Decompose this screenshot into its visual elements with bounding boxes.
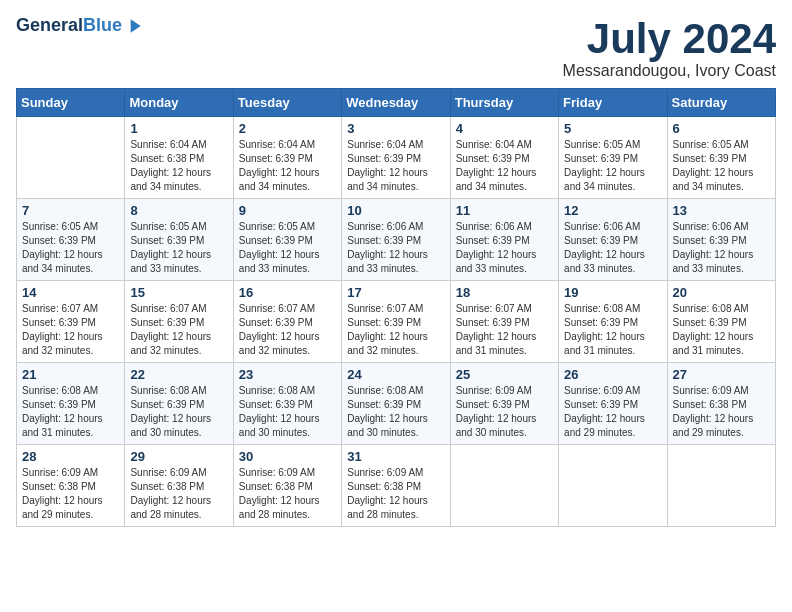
day-number: 28	[22, 449, 119, 464]
calendar-cell: 14Sunrise: 6:07 AMSunset: 6:39 PMDayligh…	[17, 281, 125, 363]
day-info: Sunrise: 6:06 AMSunset: 6:39 PMDaylight:…	[673, 220, 770, 276]
day-number: 10	[347, 203, 444, 218]
day-info: Sunrise: 6:06 AMSunset: 6:39 PMDaylight:…	[456, 220, 553, 276]
calendar-cell: 7Sunrise: 6:05 AMSunset: 6:39 PMDaylight…	[17, 199, 125, 281]
calendar-cell: 6Sunrise: 6:05 AMSunset: 6:39 PMDaylight…	[667, 117, 775, 199]
calendar-cell: 10Sunrise: 6:06 AMSunset: 6:39 PMDayligh…	[342, 199, 450, 281]
day-info: Sunrise: 6:09 AMSunset: 6:38 PMDaylight:…	[673, 384, 770, 440]
weekday-header-saturday: Saturday	[667, 89, 775, 117]
calendar-cell: 4Sunrise: 6:04 AMSunset: 6:39 PMDaylight…	[450, 117, 558, 199]
calendar-cell: 3Sunrise: 6:04 AMSunset: 6:39 PMDaylight…	[342, 117, 450, 199]
day-info: Sunrise: 6:04 AMSunset: 6:39 PMDaylight:…	[239, 138, 336, 194]
weekday-header-thursday: Thursday	[450, 89, 558, 117]
calendar-cell: 25Sunrise: 6:09 AMSunset: 6:39 PMDayligh…	[450, 363, 558, 445]
calendar-cell: 12Sunrise: 6:06 AMSunset: 6:39 PMDayligh…	[559, 199, 667, 281]
day-number: 8	[130, 203, 227, 218]
day-info: Sunrise: 6:08 AMSunset: 6:39 PMDaylight:…	[22, 384, 119, 440]
calendar-cell: 30Sunrise: 6:09 AMSunset: 6:38 PMDayligh…	[233, 445, 341, 527]
day-info: Sunrise: 6:08 AMSunset: 6:39 PMDaylight:…	[347, 384, 444, 440]
day-number: 11	[456, 203, 553, 218]
weekday-header-tuesday: Tuesday	[233, 89, 341, 117]
calendar-table: SundayMondayTuesdayWednesdayThursdayFrid…	[16, 88, 776, 527]
day-number: 7	[22, 203, 119, 218]
day-info: Sunrise: 6:09 AMSunset: 6:38 PMDaylight:…	[347, 466, 444, 522]
logo: GeneralBlue	[16, 16, 144, 36]
day-number: 4	[456, 121, 553, 136]
day-number: 13	[673, 203, 770, 218]
day-number: 22	[130, 367, 227, 382]
day-number: 14	[22, 285, 119, 300]
day-info: Sunrise: 6:05 AMSunset: 6:39 PMDaylight:…	[239, 220, 336, 276]
weekday-header-row: SundayMondayTuesdayWednesdayThursdayFrid…	[17, 89, 776, 117]
day-info: Sunrise: 6:04 AMSunset: 6:39 PMDaylight:…	[347, 138, 444, 194]
day-info: Sunrise: 6:07 AMSunset: 6:39 PMDaylight:…	[130, 302, 227, 358]
day-info: Sunrise: 6:08 AMSunset: 6:39 PMDaylight:…	[564, 302, 661, 358]
location-title: Messarandougou, Ivory Coast	[563, 62, 776, 80]
calendar-cell	[667, 445, 775, 527]
calendar-cell: 31Sunrise: 6:09 AMSunset: 6:38 PMDayligh…	[342, 445, 450, 527]
calendar-cell: 19Sunrise: 6:08 AMSunset: 6:39 PMDayligh…	[559, 281, 667, 363]
calendar-cell: 24Sunrise: 6:08 AMSunset: 6:39 PMDayligh…	[342, 363, 450, 445]
day-number: 16	[239, 285, 336, 300]
day-info: Sunrise: 6:07 AMSunset: 6:39 PMDaylight:…	[347, 302, 444, 358]
calendar-week-row: 14Sunrise: 6:07 AMSunset: 6:39 PMDayligh…	[17, 281, 776, 363]
day-info: Sunrise: 6:05 AMSunset: 6:39 PMDaylight:…	[673, 138, 770, 194]
day-info: Sunrise: 6:08 AMSunset: 6:39 PMDaylight:…	[130, 384, 227, 440]
day-info: Sunrise: 6:06 AMSunset: 6:39 PMDaylight:…	[347, 220, 444, 276]
day-info: Sunrise: 6:04 AMSunset: 6:38 PMDaylight:…	[130, 138, 227, 194]
calendar-cell: 18Sunrise: 6:07 AMSunset: 6:39 PMDayligh…	[450, 281, 558, 363]
day-number: 3	[347, 121, 444, 136]
calendar-cell: 20Sunrise: 6:08 AMSunset: 6:39 PMDayligh…	[667, 281, 775, 363]
day-number: 25	[456, 367, 553, 382]
day-number: 26	[564, 367, 661, 382]
calendar-cell	[450, 445, 558, 527]
calendar-week-row: 21Sunrise: 6:08 AMSunset: 6:39 PMDayligh…	[17, 363, 776, 445]
svg-marker-0	[131, 19, 141, 32]
day-info: Sunrise: 6:07 AMSunset: 6:39 PMDaylight:…	[239, 302, 336, 358]
day-info: Sunrise: 6:05 AMSunset: 6:39 PMDaylight:…	[564, 138, 661, 194]
day-info: Sunrise: 6:07 AMSunset: 6:39 PMDaylight:…	[22, 302, 119, 358]
day-number: 20	[673, 285, 770, 300]
title-area: July 2024 Messarandougou, Ivory Coast	[563, 16, 776, 80]
calendar-cell: 9Sunrise: 6:05 AMSunset: 6:39 PMDaylight…	[233, 199, 341, 281]
day-number: 27	[673, 367, 770, 382]
day-number: 23	[239, 367, 336, 382]
day-info: Sunrise: 6:09 AMSunset: 6:38 PMDaylight:…	[239, 466, 336, 522]
day-info: Sunrise: 6:07 AMSunset: 6:39 PMDaylight:…	[456, 302, 553, 358]
calendar-cell: 29Sunrise: 6:09 AMSunset: 6:38 PMDayligh…	[125, 445, 233, 527]
logo-icon	[124, 16, 144, 36]
calendar-cell: 28Sunrise: 6:09 AMSunset: 6:38 PMDayligh…	[17, 445, 125, 527]
day-number: 17	[347, 285, 444, 300]
day-number: 9	[239, 203, 336, 218]
day-number: 2	[239, 121, 336, 136]
day-info: Sunrise: 6:09 AMSunset: 6:39 PMDaylight:…	[564, 384, 661, 440]
calendar-cell: 15Sunrise: 6:07 AMSunset: 6:39 PMDayligh…	[125, 281, 233, 363]
calendar-cell: 2Sunrise: 6:04 AMSunset: 6:39 PMDaylight…	[233, 117, 341, 199]
calendar-cell	[559, 445, 667, 527]
month-title: July 2024	[563, 16, 776, 62]
day-number: 5	[564, 121, 661, 136]
calendar-week-row: 1Sunrise: 6:04 AMSunset: 6:38 PMDaylight…	[17, 117, 776, 199]
day-info: Sunrise: 6:09 AMSunset: 6:39 PMDaylight:…	[456, 384, 553, 440]
day-info: Sunrise: 6:06 AMSunset: 6:39 PMDaylight:…	[564, 220, 661, 276]
day-number: 24	[347, 367, 444, 382]
day-number: 21	[22, 367, 119, 382]
calendar-cell: 23Sunrise: 6:08 AMSunset: 6:39 PMDayligh…	[233, 363, 341, 445]
day-number: 15	[130, 285, 227, 300]
day-info: Sunrise: 6:09 AMSunset: 6:38 PMDaylight:…	[130, 466, 227, 522]
calendar-cell: 27Sunrise: 6:09 AMSunset: 6:38 PMDayligh…	[667, 363, 775, 445]
day-number: 1	[130, 121, 227, 136]
calendar-cell: 11Sunrise: 6:06 AMSunset: 6:39 PMDayligh…	[450, 199, 558, 281]
page-header: GeneralBlue July 2024 Messarandougou, Iv…	[16, 16, 776, 80]
day-number: 18	[456, 285, 553, 300]
calendar-cell: 26Sunrise: 6:09 AMSunset: 6:39 PMDayligh…	[559, 363, 667, 445]
day-info: Sunrise: 6:09 AMSunset: 6:38 PMDaylight:…	[22, 466, 119, 522]
day-info: Sunrise: 6:05 AMSunset: 6:39 PMDaylight:…	[130, 220, 227, 276]
day-info: Sunrise: 6:04 AMSunset: 6:39 PMDaylight:…	[456, 138, 553, 194]
calendar-cell: 21Sunrise: 6:08 AMSunset: 6:39 PMDayligh…	[17, 363, 125, 445]
weekday-header-wednesday: Wednesday	[342, 89, 450, 117]
logo-text: GeneralBlue	[16, 16, 122, 36]
day-info: Sunrise: 6:05 AMSunset: 6:39 PMDaylight:…	[22, 220, 119, 276]
weekday-header-friday: Friday	[559, 89, 667, 117]
calendar-cell: 5Sunrise: 6:05 AMSunset: 6:39 PMDaylight…	[559, 117, 667, 199]
